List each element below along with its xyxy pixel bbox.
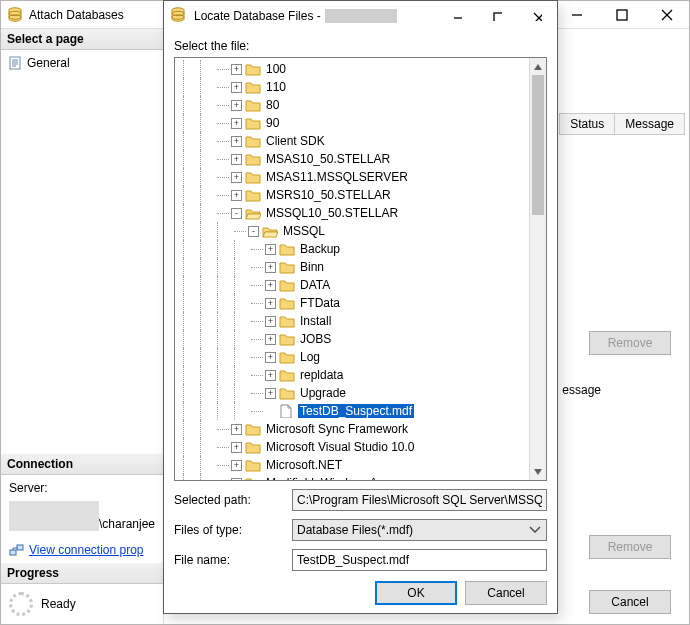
file-name-field[interactable] [292, 549, 547, 571]
folder-icon [245, 98, 261, 112]
expand-icon[interactable]: + [265, 280, 276, 291]
leaf-spacer [265, 406, 276, 417]
details-col-message-partial: essage [562, 383, 601, 397]
expand-icon[interactable]: + [265, 244, 276, 255]
tree-node[interactable]: +Microsoft Visual Studio 10.0 [175, 438, 529, 456]
collapse-icon[interactable]: - [248, 226, 259, 237]
attach-close-button[interactable] [644, 1, 689, 29]
expand-icon[interactable]: + [231, 442, 242, 453]
tree-node[interactable]: +JOBS [175, 330, 529, 348]
tree-node[interactable]: +Client SDK [175, 132, 529, 150]
tree-node-label: ModifiableWindowsApps [264, 476, 399, 480]
expand-icon[interactable]: + [231, 190, 242, 201]
server-name-redacted [9, 501, 99, 531]
scroll-up-button[interactable] [530, 58, 546, 75]
folder-icon [245, 476, 261, 480]
locate-cancel-button[interactable]: Cancel [465, 581, 547, 605]
tree-node[interactable]: +Install [175, 312, 529, 330]
tree-node[interactable]: +MSAS10_50.STELLAR [175, 150, 529, 168]
expand-icon[interactable]: + [231, 136, 242, 147]
tree-node[interactable]: +80 [175, 96, 529, 114]
tree-node-label: Client SDK [264, 134, 327, 148]
tree-node[interactable]: +MSAS11.MSSQLSERVER [175, 168, 529, 186]
expand-icon[interactable]: + [265, 262, 276, 273]
tree-scrollbar[interactable] [529, 58, 546, 480]
expand-icon[interactable]: + [231, 118, 242, 129]
scroll-down-button[interactable] [530, 463, 546, 480]
tree-node[interactable]: +100 [175, 60, 529, 78]
expand-icon[interactable]: + [231, 154, 242, 165]
expand-icon[interactable]: + [231, 424, 242, 435]
folder-icon [279, 278, 295, 292]
locate-ok-button[interactable]: OK [375, 581, 457, 605]
tree-node-label: Microsoft Sync Framework [264, 422, 410, 436]
selected-path-label: Selected path: [174, 493, 284, 507]
select-file-label: Select the file: [174, 39, 547, 53]
tree-node[interactable]: +Microsoft.NET [175, 456, 529, 474]
attach-minimize-button[interactable] [554, 1, 599, 29]
tree-node-label: TestDB_Suspect.mdf [298, 404, 414, 418]
tree-node[interactable]: TestDB_Suspect.mdf [175, 402, 529, 420]
folder-icon [279, 314, 295, 328]
scroll-thumb[interactable] [532, 75, 544, 215]
locate-close-button[interactable] [517, 1, 557, 31]
tree-node-label: Backup [298, 242, 342, 256]
file-tree[interactable]: +100+110+80+90+Client SDK+MSAS10_50.STEL… [174, 57, 547, 481]
tree-node[interactable]: +MSRS10_50.STELLAR [175, 186, 529, 204]
tree-node[interactable]: +Backup [175, 240, 529, 258]
expand-icon[interactable]: + [265, 298, 276, 309]
tree-node[interactable]: +Microsoft Sync Framework [175, 420, 529, 438]
files-of-type-select[interactable]: Database Files(*.mdf) [292, 519, 547, 541]
tree-node-label: DATA [298, 278, 332, 292]
tree-node[interactable]: +repldata [175, 366, 529, 384]
tree-node-label: MSAS11.MSSQLSERVER [264, 170, 410, 184]
folder-icon [245, 422, 261, 436]
selected-path-field[interactable] [292, 489, 547, 511]
expand-icon[interactable]: + [231, 64, 242, 75]
expand-icon[interactable]: + [231, 460, 242, 471]
expand-icon[interactable]: + [231, 100, 242, 111]
expand-icon[interactable]: + [231, 478, 242, 481]
tree-node[interactable]: +90 [175, 114, 529, 132]
col-message[interactable]: Message [614, 113, 685, 135]
folder-icon [279, 242, 295, 256]
locate-maximize-button[interactable] [477, 1, 517, 31]
tree-node[interactable]: +DATA [175, 276, 529, 294]
tree-node[interactable]: +Binn [175, 258, 529, 276]
folder-icon [245, 134, 261, 148]
tree-node[interactable]: +FTData [175, 294, 529, 312]
view-connection-properties-link[interactable]: View connection prop [29, 543, 144, 557]
folder-icon [245, 80, 261, 94]
expand-icon[interactable]: + [265, 316, 276, 327]
expand-icon[interactable]: + [265, 334, 276, 345]
tree-node-label: 100 [264, 62, 288, 76]
attach-cancel-button[interactable]: Cancel [589, 590, 671, 614]
expand-icon[interactable]: + [265, 388, 276, 399]
progress-ring-icon [9, 592, 33, 616]
tree-node-label: MSAS10_50.STELLAR [264, 152, 392, 166]
expand-icon[interactable]: + [231, 82, 242, 93]
expand-icon[interactable]: + [265, 352, 276, 363]
page-general[interactable]: General [7, 54, 157, 72]
databases-grid-header: Status Message [560, 113, 685, 135]
remove-database-button[interactable]: Remove [589, 331, 671, 355]
locate-titlebar[interactable]: Locate Database Files - [164, 1, 557, 31]
tree-node[interactable]: +Upgrade [175, 384, 529, 402]
remove-file-button[interactable]: Remove [589, 535, 671, 559]
expand-icon[interactable]: + [231, 172, 242, 183]
collapse-icon[interactable]: - [231, 208, 242, 219]
scroll-track[interactable] [530, 75, 546, 463]
locate-minimize-button[interactable] [437, 1, 477, 31]
tree-node[interactable]: +110 [175, 78, 529, 96]
connection-header: Connection [1, 454, 163, 475]
col-status[interactable]: Status [559, 113, 615, 135]
tree-node[interactable]: +Log [175, 348, 529, 366]
expand-icon[interactable]: + [265, 370, 276, 381]
attach-maximize-button[interactable] [599, 1, 644, 29]
tree-node[interactable]: -MSSQL [175, 222, 529, 240]
file-icon [279, 404, 295, 418]
database-icon [7, 7, 23, 23]
tree-node[interactable]: -MSSQL10_50.STELLAR [175, 204, 529, 222]
locate-database-files-dialog: Locate Database Files - Select the file:… [163, 0, 558, 614]
tree-node[interactable]: +ModifiableWindowsApps [175, 474, 529, 480]
